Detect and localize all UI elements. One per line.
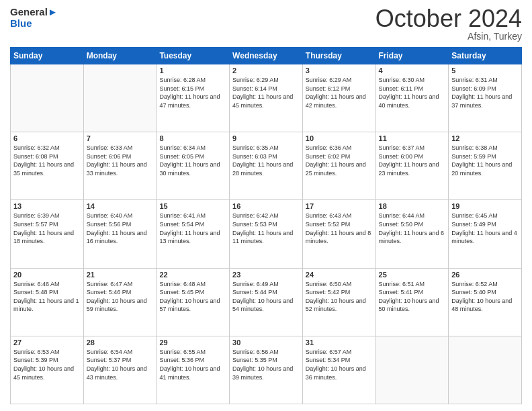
- day-cell-4-6: [449, 336, 522, 404]
- day-number: 18: [379, 202, 446, 210]
- day-number: 7: [87, 134, 154, 142]
- header-wednesday: Wednesday: [230, 48, 303, 64]
- day-info: Sunrise: 6:55 AMSunset: 5:36 PMDaylight:…: [159, 348, 226, 381]
- day-number: 2: [232, 66, 300, 75]
- day-cell-0-2: 1 Sunrise: 6:28 AMSunset: 6:15 PMDayligh…: [157, 64, 230, 132]
- day-number: 15: [159, 202, 226, 210]
- day-cell-3-2: 22 Sunrise: 6:48 AMSunset: 5:45 PMDaylig…: [157, 268, 230, 336]
- day-cell-0-6: 5 Sunrise: 6:31 AMSunset: 6:09 PMDayligh…: [449, 64, 522, 132]
- day-info: Sunrise: 6:38 AMSunset: 5:59 PMDaylight:…: [451, 144, 519, 177]
- day-number: 31: [306, 338, 373, 347]
- day-number: 9: [232, 134, 300, 142]
- day-cell-3-5: 25 Sunrise: 6:51 AMSunset: 5:41 PMDaylig…: [375, 268, 449, 336]
- day-number: 14: [87, 202, 154, 210]
- day-info: Sunrise: 6:43 AMSunset: 5:52 PMDaylight:…: [306, 212, 373, 245]
- day-info: Sunrise: 6:33 AMSunset: 6:06 PMDaylight:…: [87, 144, 154, 177]
- header-sunday: Sunday: [11, 48, 84, 64]
- day-cell-0-4: 3 Sunrise: 6:29 AMSunset: 6:12 PMDayligh…: [302, 64, 375, 132]
- day-info: Sunrise: 6:45 AMSunset: 5:49 PMDaylight:…: [451, 212, 519, 245]
- day-info: Sunrise: 6:31 AMSunset: 6:09 PMDaylight:…: [451, 76, 519, 109]
- header-thursday: Thursday: [302, 48, 375, 64]
- day-cell-2-1: 14 Sunrise: 6:40 AMSunset: 5:56 PMDaylig…: [83, 200, 157, 268]
- day-cell-3-4: 24 Sunrise: 6:50 AMSunset: 5:42 PMDaylig…: [302, 268, 375, 336]
- day-number: 28: [87, 338, 154, 347]
- week-row-2: 6 Sunrise: 6:32 AMSunset: 6:08 PMDayligh…: [11, 132, 522, 200]
- day-number: 22: [159, 271, 226, 279]
- day-cell-1-4: 10 Sunrise: 6:36 AMSunset: 6:02 PMDaylig…: [302, 132, 375, 200]
- page: General► Blue October 2024 Afsin, Turkey…: [0, 0, 532, 411]
- day-number: 6: [13, 134, 81, 142]
- day-cell-1-0: 6 Sunrise: 6:32 AMSunset: 6:08 PMDayligh…: [11, 132, 84, 200]
- day-info: Sunrise: 6:29 AMSunset: 6:14 PMDaylight:…: [232, 76, 300, 109]
- day-info: Sunrise: 6:44 AMSunset: 5:50 PMDaylight:…: [379, 212, 446, 245]
- day-cell-2-3: 16 Sunrise: 6:42 AMSunset: 5:53 PMDaylig…: [230, 200, 303, 268]
- day-cell-0-1: [83, 64, 157, 132]
- calendar-header-row: SundayMondayTuesdayWednesdayThursdayFrid…: [11, 48, 522, 64]
- day-number: 21: [87, 271, 154, 279]
- day-cell-1-1: 7 Sunrise: 6:33 AMSunset: 6:06 PMDayligh…: [83, 132, 157, 200]
- day-number: 1: [159, 66, 226, 75]
- logo-general: General►: [10, 7, 58, 18]
- day-info: Sunrise: 6:54 AMSunset: 5:37 PMDaylight:…: [87, 348, 154, 381]
- day-number: 19: [451, 202, 519, 210]
- day-cell-0-5: 4 Sunrise: 6:30 AMSunset: 6:11 PMDayligh…: [375, 64, 449, 132]
- day-info: Sunrise: 6:34 AMSunset: 6:05 PMDaylight:…: [159, 144, 226, 177]
- day-cell-1-2: 8 Sunrise: 6:34 AMSunset: 6:05 PMDayligh…: [157, 132, 230, 200]
- day-info: Sunrise: 6:50 AMSunset: 5:42 PMDaylight:…: [306, 280, 373, 314]
- day-number: 20: [13, 271, 81, 279]
- day-info: Sunrise: 6:32 AMSunset: 6:08 PMDaylight:…: [13, 144, 81, 177]
- day-number: 4: [379, 66, 446, 75]
- day-cell-0-3: 2 Sunrise: 6:29 AMSunset: 6:14 PMDayligh…: [230, 64, 303, 132]
- week-row-3: 13 Sunrise: 6:39 AMSunset: 5:57 PMDaylig…: [11, 200, 522, 268]
- day-cell-3-1: 21 Sunrise: 6:47 AMSunset: 5:46 PMDaylig…: [83, 268, 157, 336]
- day-cell-4-4: 31 Sunrise: 6:57 AMSunset: 5:34 PMDaylig…: [302, 336, 375, 404]
- day-number: 26: [451, 271, 519, 279]
- day-number: 3: [306, 66, 373, 75]
- day-number: 13: [13, 202, 81, 210]
- location: Afsin, Turkey: [375, 31, 522, 42]
- day-cell-2-2: 15 Sunrise: 6:41 AMSunset: 5:54 PMDaylig…: [157, 200, 230, 268]
- day-number: 27: [13, 338, 81, 347]
- day-info: Sunrise: 6:28 AMSunset: 6:15 PMDaylight:…: [159, 76, 226, 109]
- day-info: Sunrise: 6:29 AMSunset: 6:12 PMDaylight:…: [306, 76, 373, 109]
- day-info: Sunrise: 6:52 AMSunset: 5:40 PMDaylight:…: [451, 280, 519, 314]
- header: General► Blue October 2024 Afsin, Turkey: [10, 7, 522, 42]
- day-info: Sunrise: 6:39 AMSunset: 5:57 PMDaylight:…: [13, 212, 81, 245]
- header-monday: Monday: [83, 48, 157, 64]
- day-cell-3-0: 20 Sunrise: 6:46 AMSunset: 5:48 PMDaylig…: [11, 268, 84, 336]
- day-number: 29: [159, 338, 226, 347]
- day-info: Sunrise: 6:56 AMSunset: 5:35 PMDaylight:…: [232, 348, 300, 381]
- day-info: Sunrise: 6:53 AMSunset: 5:39 PMDaylight:…: [13, 348, 81, 381]
- day-number: 30: [232, 338, 300, 347]
- day-info: Sunrise: 6:35 AMSunset: 6:03 PMDaylight:…: [232, 144, 300, 177]
- day-cell-1-6: 12 Sunrise: 6:38 AMSunset: 5:59 PMDaylig…: [449, 132, 522, 200]
- day-cell-1-5: 11 Sunrise: 6:37 AMSunset: 6:00 PMDaylig…: [375, 132, 449, 200]
- day-cell-2-4: 17 Sunrise: 6:43 AMSunset: 5:52 PMDaylig…: [302, 200, 375, 268]
- day-info: Sunrise: 6:30 AMSunset: 6:11 PMDaylight:…: [379, 76, 446, 109]
- day-info: Sunrise: 6:49 AMSunset: 5:44 PMDaylight:…: [232, 280, 300, 314]
- day-number: 17: [306, 202, 373, 210]
- day-info: Sunrise: 6:46 AMSunset: 5:48 PMDaylight:…: [13, 280, 81, 314]
- week-row-1: 1 Sunrise: 6:28 AMSunset: 6:15 PMDayligh…: [11, 64, 522, 132]
- day-cell-2-6: 19 Sunrise: 6:45 AMSunset: 5:49 PMDaylig…: [449, 200, 522, 268]
- day-cell-4-5: [375, 336, 449, 404]
- month-title: October 2024: [375, 7, 522, 31]
- day-cell-4-0: 27 Sunrise: 6:53 AMSunset: 5:39 PMDaylig…: [11, 336, 84, 404]
- day-number: 10: [306, 134, 373, 142]
- day-info: Sunrise: 6:40 AMSunset: 5:56 PMDaylight:…: [87, 212, 154, 245]
- day-number: 8: [159, 134, 226, 142]
- logo-blue: Blue: [10, 18, 58, 30]
- day-cell-4-3: 30 Sunrise: 6:56 AMSunset: 5:35 PMDaylig…: [230, 336, 303, 404]
- title-block: October 2024 Afsin, Turkey: [375, 7, 522, 42]
- logo-triangle: ►: [48, 6, 58, 17]
- day-info: Sunrise: 6:41 AMSunset: 5:54 PMDaylight:…: [159, 212, 226, 245]
- day-cell-2-0: 13 Sunrise: 6:39 AMSunset: 5:57 PMDaylig…: [11, 200, 84, 268]
- logo: General► Blue: [10, 7, 58, 29]
- day-info: Sunrise: 6:42 AMSunset: 5:53 PMDaylight:…: [232, 212, 300, 245]
- day-cell-4-1: 28 Sunrise: 6:54 AMSunset: 5:37 PMDaylig…: [83, 336, 157, 404]
- day-number: 16: [232, 202, 300, 210]
- week-row-4: 20 Sunrise: 6:46 AMSunset: 5:48 PMDaylig…: [11, 268, 522, 336]
- week-row-5: 27 Sunrise: 6:53 AMSunset: 5:39 PMDaylig…: [11, 336, 522, 404]
- header-tuesday: Tuesday: [157, 48, 230, 64]
- day-number: 24: [306, 271, 373, 279]
